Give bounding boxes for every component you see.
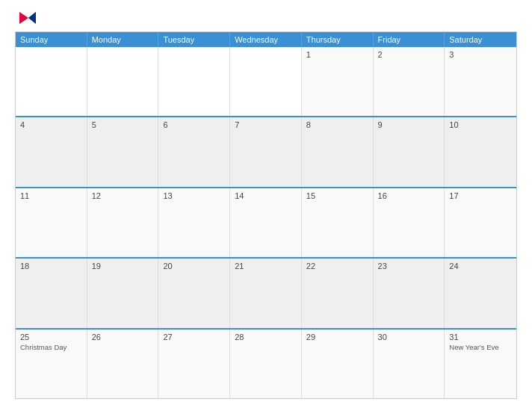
day-cell — [158, 47, 230, 116]
day-header-saturday: Saturday — [445, 32, 516, 47]
day-number: 12 — [92, 191, 154, 200]
day-cell: 2 — [374, 47, 445, 116]
day-cell: 12 — [87, 188, 159, 257]
day-number: 28 — [235, 333, 297, 342]
day-cell: 7 — [230, 117, 302, 186]
day-number: 11 — [20, 191, 82, 200]
day-number: 8 — [306, 120, 368, 129]
day-cell: 3 — [445, 47, 516, 116]
day-cell: 18 — [16, 259, 87, 327]
day-cell: 31New Year's Eve — [445, 330, 516, 398]
day-number: 22 — [306, 262, 368, 271]
calendar-page: SundayMondayTuesdayWednesdayThursdayFrid… — [0, 0, 532, 411]
day-cell: 8 — [302, 117, 374, 186]
day-number: 30 — [378, 333, 440, 342]
day-cell: 25Christmas Day — [16, 330, 87, 398]
day-number: 10 — [449, 120, 512, 129]
day-cell: 13 — [158, 188, 230, 257]
day-cell: 10 — [445, 117, 516, 186]
day-number: 2 — [378, 50, 440, 59]
day-cell: 24 — [445, 259, 516, 327]
day-number: 21 — [235, 262, 297, 271]
day-number: 31 — [449, 333, 512, 342]
day-event: New Year's Eve — [449, 343, 512, 351]
day-cell: 11 — [16, 188, 87, 257]
week-row-5: 25Christmas Day262728293031New Year's Ev… — [16, 328, 516, 398]
day-cell: 15 — [302, 188, 374, 257]
day-number: 14 — [235, 191, 297, 200]
logo — [15, 12, 36, 24]
day-cell: 20 — [158, 259, 230, 327]
day-number: 23 — [378, 262, 440, 271]
day-number: 9 — [378, 120, 440, 129]
day-number: 13 — [163, 191, 225, 200]
day-header-friday: Friday — [374, 32, 445, 47]
flag-icon — [19, 12, 36, 24]
day-number: 3 — [449, 50, 512, 59]
day-header-thursday: Thursday — [302, 32, 374, 47]
day-number: 16 — [378, 191, 440, 200]
week-row-2: 45678910 — [16, 116, 516, 186]
day-number: 24 — [449, 262, 512, 271]
day-cell: 14 — [230, 188, 302, 257]
day-number: 19 — [92, 262, 154, 271]
day-number: 26 — [92, 333, 154, 342]
header — [15, 12, 517, 24]
day-cell: 22 — [302, 259, 374, 327]
day-cell — [87, 47, 159, 116]
day-number: 7 — [235, 120, 297, 129]
day-cell: 19 — [87, 259, 159, 327]
day-number: 1 — [306, 50, 368, 59]
day-number: 20 — [163, 262, 225, 271]
day-cell: 21 — [230, 259, 302, 327]
day-cell: 16 — [374, 188, 445, 257]
day-cell: 9 — [374, 117, 445, 186]
day-cell: 30 — [374, 330, 445, 398]
day-cell — [230, 47, 302, 116]
day-cell: 29 — [302, 330, 374, 398]
calendar-grid: SundayMondayTuesdayWednesdayThursdayFrid… — [15, 31, 517, 399]
week-row-4: 18192021222324 — [16, 257, 516, 327]
day-cell: 17 — [445, 188, 516, 257]
week-row-1: 123 — [16, 47, 516, 116]
day-cell — [16, 47, 87, 116]
week-row-3: 11121314151617 — [16, 187, 516, 257]
day-number: 29 — [306, 333, 368, 342]
day-cell: 26 — [87, 330, 159, 398]
day-header-tuesday: Tuesday — [158, 32, 230, 47]
day-event: Christmas Day — [20, 343, 82, 351]
day-number: 15 — [306, 191, 368, 200]
day-cell: 23 — [374, 259, 445, 327]
day-cell: 28 — [230, 330, 302, 398]
day-headers-row: SundayMondayTuesdayWednesdayThursdayFrid… — [16, 32, 516, 47]
day-header-wednesday: Wednesday — [230, 32, 302, 47]
day-cell: 6 — [158, 117, 230, 186]
day-header-sunday: Sunday — [16, 32, 87, 47]
day-cell: 27 — [158, 330, 230, 398]
day-cell: 5 — [87, 117, 159, 186]
day-number: 25 — [20, 333, 82, 342]
day-header-monday: Monday — [87, 32, 159, 47]
weeks-container: 1234567891011121314151617181920212223242… — [16, 47, 516, 398]
day-number: 5 — [92, 120, 154, 129]
day-number: 27 — [163, 333, 225, 342]
day-number: 6 — [163, 120, 225, 129]
day-number: 17 — [449, 191, 512, 200]
day-number: 18 — [20, 262, 82, 271]
day-cell: 1 — [302, 47, 374, 116]
day-number: 4 — [20, 120, 82, 129]
day-cell: 4 — [16, 117, 87, 186]
